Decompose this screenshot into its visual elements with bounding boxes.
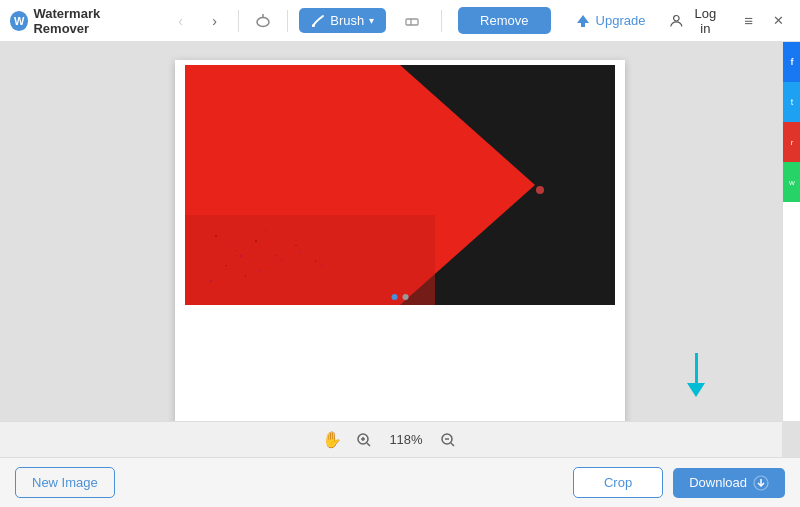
brush-icon xyxy=(311,14,325,28)
remove-button[interactable]: Remove xyxy=(458,7,550,34)
arrow-line xyxy=(695,353,698,383)
brush-button[interactable]: Brush ▾ xyxy=(299,8,386,33)
divider-3 xyxy=(441,10,442,32)
divider-1 xyxy=(238,10,239,32)
logo-icon: W xyxy=(10,11,28,31)
login-label: Log in xyxy=(689,6,722,36)
whatsapp-button[interactable]: w xyxy=(783,162,800,202)
login-button[interactable]: Log in xyxy=(661,1,729,41)
pagination-dots xyxy=(392,294,409,300)
zoom-in-button[interactable] xyxy=(352,428,376,452)
zoom-bar: ✋ 118% xyxy=(0,421,782,457)
download-label: Download xyxy=(689,475,747,490)
svg-rect-9 xyxy=(215,235,217,237)
brush-dropdown-icon: ▾ xyxy=(369,15,374,26)
main-area: ✋ 118% f t r w xyxy=(0,42,800,457)
upgrade-button[interactable]: Upgrade xyxy=(567,8,654,34)
titlebar: W Watermark Remover ‹ › Brush ▾ Remove xyxy=(0,0,800,42)
art-image xyxy=(185,65,615,305)
social-sidebar: f t r w xyxy=(782,42,800,421)
twitter-button[interactable]: t xyxy=(783,82,800,122)
svg-rect-8 xyxy=(185,215,435,305)
eraser-icon xyxy=(404,13,420,29)
svg-rect-17 xyxy=(265,230,266,231)
lasso-button[interactable] xyxy=(250,7,276,35)
close-button[interactable]: ✕ xyxy=(768,9,790,33)
bottom-bar: New Image Crop Download xyxy=(0,457,800,507)
svg-rect-14 xyxy=(315,260,316,262)
svg-rect-12 xyxy=(275,255,276,256)
svg-line-30 xyxy=(367,443,370,446)
svg-rect-15 xyxy=(225,265,227,266)
svg-rect-19 xyxy=(260,270,261,272)
erase-button[interactable] xyxy=(394,8,430,34)
svg-point-25 xyxy=(536,186,544,194)
back-button[interactable]: ‹ xyxy=(168,7,194,35)
image-container xyxy=(185,65,615,305)
dot-1 xyxy=(392,294,398,300)
svg-rect-3 xyxy=(406,19,418,25)
crop-button[interactable]: Crop xyxy=(573,467,663,498)
arrow-head xyxy=(687,383,705,397)
svg-rect-20 xyxy=(280,260,282,261)
download-arrow xyxy=(687,353,705,397)
zoom-percent: 118% xyxy=(386,432,426,447)
hand-icon: ✋ xyxy=(322,430,342,449)
svg-line-33 xyxy=(451,443,454,446)
lasso-icon xyxy=(254,12,272,30)
svg-rect-21 xyxy=(300,250,301,252)
paper xyxy=(175,60,625,440)
svg-point-5 xyxy=(674,15,680,21)
zoom-out-button[interactable] xyxy=(436,428,460,452)
svg-point-0 xyxy=(257,17,269,26)
brush-label: Brush xyxy=(330,13,364,28)
upgrade-label: Upgrade xyxy=(596,13,646,28)
svg-point-2 xyxy=(312,24,315,27)
svg-rect-24 xyxy=(210,280,212,282)
forward-button[interactable]: › xyxy=(202,7,228,35)
download-button[interactable]: Download xyxy=(673,468,785,498)
new-image-button[interactable]: New Image xyxy=(15,467,115,498)
facebook-button[interactable]: f xyxy=(783,42,800,82)
upgrade-icon xyxy=(575,13,591,29)
svg-rect-10 xyxy=(235,250,236,251)
zoom-out-icon xyxy=(440,432,456,448)
reddit-button[interactable]: r xyxy=(783,122,800,162)
svg-rect-18 xyxy=(240,255,242,257)
zoom-in-icon xyxy=(356,432,372,448)
svg-rect-11 xyxy=(255,240,257,242)
logo-area: W Watermark Remover xyxy=(10,6,150,36)
canvas-area[interactable]: ✋ 118% xyxy=(0,42,800,457)
svg-rect-23 xyxy=(230,245,231,246)
dot-2 xyxy=(403,294,409,300)
app-title: Watermark Remover xyxy=(33,6,149,36)
user-icon xyxy=(669,13,684,29)
divider-2 xyxy=(287,10,288,32)
menu-button[interactable]: ≡ xyxy=(738,9,760,33)
svg-rect-13 xyxy=(295,245,297,246)
svg-rect-22 xyxy=(320,265,322,266)
download-icon xyxy=(753,475,769,491)
svg-rect-16 xyxy=(245,275,246,277)
